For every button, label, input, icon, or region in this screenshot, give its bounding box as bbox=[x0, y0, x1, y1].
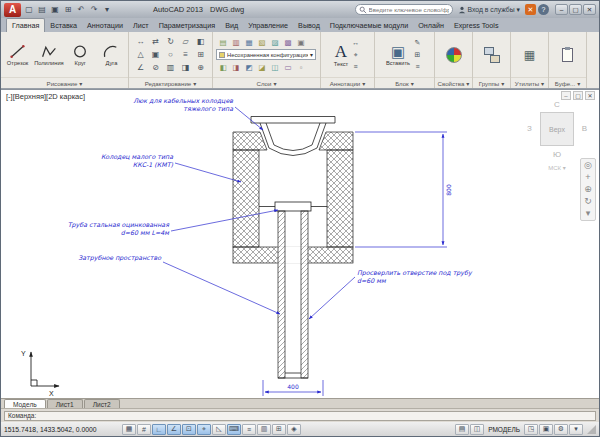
doc-window-button[interactable]: – bbox=[561, 91, 571, 100]
layout-tab[interactable]: Лист2 bbox=[84, 399, 120, 408]
annotate-tool-icon[interactable]: ↔ bbox=[350, 37, 361, 48]
signin-button[interactable]: Вход в службы ▾ bbox=[455, 6, 523, 14]
viewcube-south[interactable]: Ю bbox=[525, 150, 589, 159]
ribbon-tab[interactable]: Вывод bbox=[293, 19, 325, 32]
cad-drawing[interactable]: 800 400 Люк для кабельных колодцев тяжел… bbox=[1, 90, 599, 398]
status-toggle-button[interactable]: # bbox=[137, 424, 151, 435]
space-button[interactable]: ▤ bbox=[455, 424, 469, 435]
window-control-button[interactable]: ✕ bbox=[583, 4, 596, 15]
qat-icon[interactable]: ▾ bbox=[101, 4, 113, 16]
status-toggle-button[interactable]: ⊡ bbox=[182, 424, 196, 435]
layer-tool-icon[interactable]: ▩ bbox=[283, 37, 293, 47]
layer-tool-icon[interactable]: ◧ bbox=[218, 62, 228, 72]
ribbon-tab[interactable]: Параметризация bbox=[154, 19, 220, 32]
layer-tool-icon[interactable]: ▧ bbox=[257, 37, 267, 47]
tool-text[interactable]: А Текст bbox=[334, 43, 348, 67]
navbar-tool-icon[interactable]: ⊕ bbox=[584, 185, 592, 194]
exchange-apps-icon[interactable]: ✕ bbox=[525, 4, 536, 15]
tool-line[interactable]: Отрезок bbox=[3, 43, 32, 67]
panel-modify-label[interactable]: Редактирование▾ bbox=[129, 77, 212, 88]
status-toggle-button[interactable]: ▦ bbox=[122, 424, 136, 435]
ribbon-tab[interactable]: Вид bbox=[220, 19, 243, 32]
space-button[interactable]: ◫ bbox=[470, 424, 484, 435]
navbar-tool-icon[interactable]: + bbox=[585, 173, 590, 182]
status-toggle-button[interactable]: ▥ bbox=[257, 424, 271, 435]
status-tool-button[interactable]: ⚙ bbox=[554, 424, 568, 435]
layer-tool-icon[interactable]: ◪ bbox=[257, 62, 267, 72]
modify-tool-icon[interactable]: ⊞ bbox=[193, 48, 208, 61]
viewcube-north[interactable]: С bbox=[525, 100, 589, 109]
window-control-button[interactable]: – bbox=[555, 4, 568, 15]
layer-state-combo[interactable]: Несохраненная конфигурация сло... ▾ bbox=[216, 49, 316, 60]
ribbon-tab[interactable]: Вставка bbox=[45, 19, 82, 32]
modify-tool-icon[interactable]: ≡ bbox=[178, 48, 193, 61]
modify-tool-icon[interactable]: ▱ bbox=[178, 35, 193, 48]
viewcube-west[interactable]: З bbox=[527, 124, 532, 133]
panel-block-label[interactable]: Блок▾ bbox=[375, 77, 434, 88]
drawing-area[interactable]: [-][Верхняя][2D каркас] –▢✕ С З Верх В Ю… bbox=[1, 89, 599, 398]
qat-icon[interactable]: ▣ bbox=[49, 4, 61, 16]
modify-tool-icon[interactable]: ◧ bbox=[193, 35, 208, 48]
modify-tool-icon[interactable]: ⊘ bbox=[148, 61, 163, 74]
status-toggle-button[interactable]: ⌖ bbox=[197, 424, 211, 435]
status-toggle-button[interactable]: ⌨ bbox=[227, 424, 241, 435]
doc-window-button[interactable]: ✕ bbox=[585, 91, 595, 100]
ribbon-tab[interactable]: Подключаемые модули bbox=[325, 19, 413, 32]
status-toggle-button[interactable]: ◈ bbox=[287, 424, 301, 435]
qat-icon[interactable]: ▢ bbox=[23, 4, 35, 16]
help-search[interactable] bbox=[355, 4, 453, 15]
ribbon-tab[interactable]: Онлайн bbox=[413, 19, 449, 32]
block-tool-icon[interactable]: ✎ bbox=[412, 37, 423, 48]
qat-icon[interactable]: ⊞ bbox=[62, 4, 74, 16]
modify-tool-icon[interactable]: △ bbox=[133, 48, 148, 61]
layer-tool-icon[interactable]: ▦ bbox=[244, 37, 254, 47]
modify-tool-icon[interactable]: ↻ bbox=[163, 35, 178, 48]
qat-icon[interactable]: ▤ bbox=[36, 4, 48, 16]
status-toggle-button[interactable]: ≡ bbox=[242, 424, 256, 435]
model-space-label[interactable]: РМОДЕЛЬ bbox=[486, 426, 522, 433]
command-input[interactable]: Команда: bbox=[4, 411, 596, 421]
modify-tool-icon[interactable]: ∠ bbox=[133, 61, 148, 74]
panel-groups[interactable]: Группы▾ bbox=[473, 32, 511, 88]
modify-tool-icon[interactable]: ◨ bbox=[178, 61, 193, 74]
modify-tool-icon[interactable]: ⊕ bbox=[193, 61, 208, 74]
navbar-tool-icon[interactable]: ◎ bbox=[584, 161, 592, 170]
ribbon-tab[interactable]: Управление bbox=[243, 19, 293, 32]
tool-arc[interactable]: Дуга bbox=[97, 43, 126, 67]
modify-tool-icon[interactable]: ↔ bbox=[133, 35, 148, 48]
layer-tool-icon[interactable]: ▨ bbox=[270, 37, 280, 47]
status-tool-button[interactable]: ◳ bbox=[524, 424, 538, 435]
layer-tool-icon[interactable]: ◨ bbox=[231, 62, 241, 72]
navbar-tool-icon[interactable]: ↻ bbox=[584, 197, 592, 206]
annotate-tool-icon[interactable]: ⌖ bbox=[350, 49, 361, 60]
status-tool-button[interactable]: ▣ bbox=[539, 424, 553, 435]
status-tool-button[interactable]: ▾ bbox=[569, 424, 583, 435]
ribbon-tab[interactable]: Главная bbox=[6, 18, 45, 32]
viewcube-east[interactable]: В bbox=[582, 124, 587, 133]
modify-tool-icon[interactable]: ▥ bbox=[163, 61, 178, 74]
layer-tool-icon[interactable]: ▤ bbox=[218, 37, 228, 47]
panel-draw-label[interactable]: Рисование▾ bbox=[1, 77, 128, 88]
status-toggle-button[interactable]: ∟ bbox=[152, 424, 166, 435]
layer-tool-icon[interactable]: ▣ bbox=[296, 37, 306, 47]
panel-utilities[interactable]: ▦ Утилиты▾ bbox=[511, 32, 549, 88]
fullscreen-corner-icon[interactable] bbox=[587, 425, 596, 434]
app-menu-button[interactable]: A bbox=[4, 3, 21, 17]
layer-tool-icon[interactable]: ◩ bbox=[244, 62, 254, 72]
dimension-width-text[interactable]: 400 bbox=[287, 383, 299, 390]
layer-tool-icon[interactable]: ▭ bbox=[283, 62, 293, 72]
modify-tool-icon[interactable]: ○ bbox=[163, 48, 178, 61]
navbar-tool-icon[interactable]: ▾ bbox=[586, 209, 591, 218]
block-tool-icon[interactable]: ≡ bbox=[412, 61, 423, 72]
ribbon-tab[interactable]: Аннотации bbox=[82, 19, 128, 32]
layer-tool-icon[interactable]: ▥ bbox=[231, 37, 241, 47]
tool-insert[interactable]: ▣ Вставить bbox=[386, 44, 410, 66]
layer-tool-icon[interactable]: ◫ bbox=[270, 62, 280, 72]
status-toggle-button[interactable]: ⊞ bbox=[272, 424, 286, 435]
search-input[interactable] bbox=[369, 6, 449, 13]
status-toggle-button[interactable]: ◺ bbox=[212, 424, 226, 435]
tool-circle[interactable]: Круг bbox=[66, 43, 95, 67]
status-toggle-button[interactable]: ∠ bbox=[167, 424, 181, 435]
panel-annotate-label[interactable]: Аннотации▾ bbox=[321, 77, 374, 88]
help-icon[interactable]: ? bbox=[538, 4, 549, 15]
